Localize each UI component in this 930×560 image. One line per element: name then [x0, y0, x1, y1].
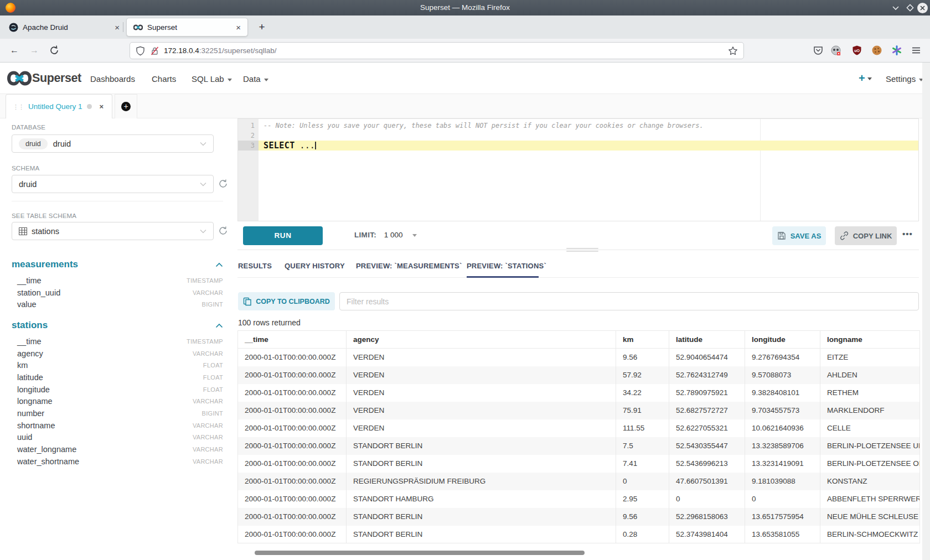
lock-insecure-icon [150, 46, 159, 56]
nav-dashboards[interactable]: Dashboards [90, 74, 135, 84]
drag-handle-icon: ⋮⋮ [13, 104, 24, 110]
sql-editor[interactable]: 1 2 3 -- Note: Unless you save your quer… [237, 118, 919, 221]
cell-agency: VERDEN [347, 402, 616, 419]
nav-charts[interactable]: Charts [152, 74, 176, 84]
back-button[interactable]: ← [7, 43, 22, 58]
tab-preview-measurements[interactable]: PREVIEW: `MEASUREMENTS` [356, 262, 462, 270]
cell-time: 2000-01-01T00:00:00.000Z [238, 526, 347, 543]
window-maximize-button[interactable] [905, 2, 916, 14]
window-close-button[interactable] [917, 2, 928, 14]
col-header[interactable]: agency [347, 331, 616, 349]
reload-button[interactable] [47, 43, 61, 58]
column-name: agency [17, 349, 43, 358]
results-row: 2000-01-01T00:00:00.000Z VERDEN 57.92 52… [238, 366, 920, 384]
url-text: 172.18.0.4:32251/superset/sqllab/ [164, 46, 276, 55]
tab-close-icon[interactable]: × [236, 23, 241, 32]
schema-label: SCHEMA [12, 165, 39, 172]
cell-longname: RETHEM [820, 384, 920, 402]
ublock-icon[interactable]: uO [851, 45, 862, 56]
column-type: VARCHAR [193, 446, 223, 453]
query-tab-close-icon[interactable]: × [100, 102, 104, 111]
refresh-table-icon[interactable] [218, 225, 229, 236]
copy-to-clipboard-button[interactable]: COPY TO CLIPBOARD [238, 292, 335, 310]
privacy-extension-icon[interactable] [830, 45, 841, 56]
run-button[interactable]: RUN [243, 226, 323, 245]
column-name: number [17, 409, 44, 418]
chevron-down-icon [264, 79, 268, 81]
col-header[interactable]: km [616, 331, 669, 349]
editor-sql-text: ... [295, 141, 315, 151]
col-header[interactable]: longitude [745, 331, 820, 349]
column-type: VARCHAR [193, 458, 223, 465]
cell-longname: ABBENFLETH SPERRWERK [820, 490, 920, 508]
schema-column-row: longitude FLOAT [12, 383, 223, 396]
col-header[interactable]: __time [238, 331, 347, 349]
pane-resize-handle[interactable] [566, 248, 598, 253]
tab-preview-stations[interactable]: PREVIEW: `STATIONS` [467, 262, 546, 270]
nav-data[interactable]: Data [243, 74, 268, 84]
cell-km: 111.55 [616, 419, 669, 437]
table-schema-stations[interactable]: stations [12, 320, 223, 331]
horizontal-scrollbar-thumb[interactable] [255, 551, 585, 555]
extension-asterisk-icon[interactable] [891, 45, 902, 56]
pocket-icon[interactable] [813, 45, 824, 56]
browser-tab-superset[interactable]: Superset × [126, 18, 248, 37]
cell-longitude: 9.7034557573 [745, 402, 820, 419]
page-scrollbar-track[interactable] [922, 63, 930, 560]
nav-settings[interactable]: Settings [886, 74, 923, 84]
add-query-tab-button[interactable]: + [115, 94, 137, 118]
col-header[interactable]: longname [820, 331, 920, 349]
column-name: longname [17, 397, 53, 406]
browser-tab-apache-druid[interactable]: Apache Druid × [9, 15, 120, 39]
schema-select[interactable]: druid [12, 175, 214, 193]
results-header-row: __time agency km latitude longitude long… [238, 331, 920, 349]
database-select[interactable]: druid druid [12, 134, 214, 153]
new-tab-button[interactable]: + [255, 20, 269, 34]
chevron-up-icon[interactable] [215, 323, 223, 328]
column-type: FLOAT [203, 362, 223, 369]
tab-close-icon[interactable]: × [115, 23, 120, 32]
hamburger-menu-icon[interactable] [911, 45, 922, 56]
query-tab-label: Untitled Query 1 [28, 102, 82, 111]
url-bar[interactable]: 172.18.0.4:32251/superset/sqllab/ [130, 42, 744, 59]
schema-column-row: latitude FLOAT [12, 371, 223, 383]
cell-longitude: 0 [745, 490, 820, 508]
chevron-down-icon [228, 79, 232, 81]
cell-longitude: 10.0621640936 [745, 419, 820, 437]
more-options-button[interactable]: ••• [902, 229, 913, 238]
column-type: TIMESTAMP [187, 338, 223, 345]
cell-agency: STANDORT BERLIN [347, 526, 616, 543]
results-row: 2000-01-01T00:00:00.000Z REGIERUNGSPRÄSI… [238, 473, 920, 490]
cell-agency: STANDORT HAMBURG [347, 490, 616, 508]
cell-latitude: 52.9040654474 [669, 349, 745, 366]
col-header[interactable]: latitude [669, 331, 745, 349]
schema-column-row: number BIGINT [12, 407, 223, 419]
results-row: 2000-01-01T00:00:00.000Z STANDORT BERLIN… [238, 455, 920, 473]
save-as-button[interactable]: SAVE AS [772, 226, 826, 245]
chevron-up-icon[interactable] [215, 262, 223, 267]
cell-time: 2000-01-01T00:00:00.000Z [238, 473, 347, 490]
cell-latitude: 47.6607501391 [669, 473, 745, 490]
limit-dropdown[interactable]: LIMIT: 1 000 [354, 231, 417, 239]
cell-latitude: 52.7890975921 [669, 384, 745, 402]
tab-results[interactable]: RESULTS [238, 262, 272, 270]
table-schema-measurements[interactable]: measurements [12, 259, 223, 270]
bookmark-star-icon[interactable] [728, 46, 738, 56]
table-select[interactable]: stations [12, 222, 214, 240]
filter-results-input[interactable] [339, 292, 919, 310]
column-name: water_longname [17, 445, 76, 454]
cell-latitude: 52.6827572727 [669, 402, 745, 419]
superset-favicon [133, 23, 143, 32]
window-minimize-button[interactable] [890, 2, 902, 14]
forward-button[interactable]: → [27, 43, 42, 58]
cookie-extension-icon[interactable] [871, 45, 882, 56]
window-title: Superset — Mozilla Firefox [0, 3, 930, 12]
tab-query-history[interactable]: QUERY HISTORY [285, 262, 345, 270]
nav-sql-lab[interactable]: SQL Lab [192, 74, 232, 84]
nav-add-button[interactable]: + [859, 72, 872, 85]
cell-latitude: 0 [669, 490, 745, 508]
copy-link-button[interactable]: COPY LINK [835, 226, 897, 245]
schema-column-row: shortname VARCHAR [12, 419, 223, 432]
query-tab-untitled[interactable]: ⋮⋮ Untitled Query 1 × [6, 94, 112, 118]
refresh-schema-icon[interactable] [218, 178, 229, 189]
